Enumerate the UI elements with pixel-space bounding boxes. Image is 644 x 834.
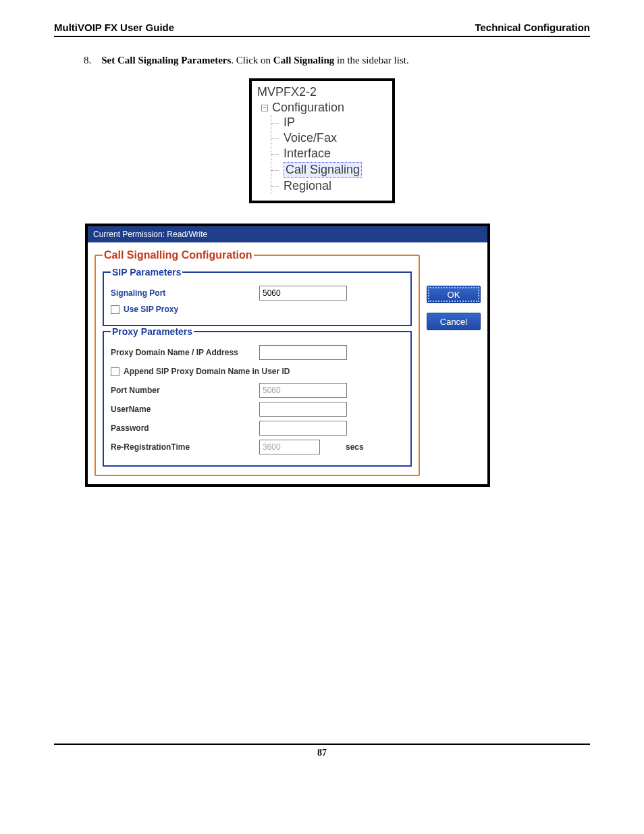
row-username: UserName xyxy=(111,402,404,417)
dialog-titlebar: Current Permission: Read/Write xyxy=(88,226,487,242)
append-domain-label: Append SIP Proxy Domain Name in User ID xyxy=(124,367,290,376)
append-domain-checkbox[interactable] xyxy=(111,367,119,376)
proxy-parameters-legend: Proxy Parameters xyxy=(111,326,194,337)
password-input[interactable] xyxy=(259,421,347,436)
dialog-buttons: OK Cancel xyxy=(427,249,481,476)
call-signalling-legend: Call Signalling Configuration xyxy=(103,249,254,261)
sip-parameters-legend: SIP Parameters xyxy=(111,267,182,278)
step-bold-1: Set Call Signaling Parameters xyxy=(101,55,231,66)
row-use-sip-proxy: Use SIP Proxy xyxy=(111,305,404,314)
port-number-input[interactable] xyxy=(259,383,347,398)
page: MultiVOIP FX User Guide Technical Config… xyxy=(0,0,644,772)
signaling-port-label: Signaling Port xyxy=(111,288,252,298)
step-bold-2: Call Signaling xyxy=(273,55,334,66)
step-mid: . Click on xyxy=(231,55,273,66)
page-header: MultiVOIP FX User Guide Technical Config… xyxy=(54,22,590,36)
signaling-port-input[interactable] xyxy=(259,286,347,301)
dialog-screenshot: Current Permission: Read/Write Call Sign… xyxy=(85,224,490,487)
header-left: MultiVOIP FX User Guide xyxy=(54,22,174,33)
tree-item-voicefax[interactable]: Voice/Fax xyxy=(284,130,387,146)
tree-configuration[interactable]: − Configuration xyxy=(261,101,387,115)
cancel-button[interactable]: Cancel xyxy=(427,313,481,330)
step-8: 8. Set Call Signaling Parameters. Click … xyxy=(84,55,590,66)
row-password: Password xyxy=(111,421,404,436)
step-tail: in the sidebar list. xyxy=(334,55,408,66)
tree-item-ip[interactable]: IP xyxy=(284,115,387,130)
tree-item-interface[interactable]: Interface xyxy=(284,146,387,161)
page-footer: 87 xyxy=(54,744,590,758)
tree-item-regional[interactable]: Regional xyxy=(284,178,387,194)
username-input[interactable] xyxy=(259,402,347,417)
tree-collapse-icon[interactable]: − xyxy=(261,105,268,111)
use-sip-proxy-label: Use SIP Proxy xyxy=(124,305,178,314)
proxy-domain-label: Proxy Domain Name / IP Address xyxy=(111,348,252,357)
header-right: Technical Configuration xyxy=(475,22,590,33)
rereg-unit: secs xyxy=(346,442,364,452)
row-rereg: Re-RegistrationTime secs xyxy=(111,440,404,454)
use-sip-proxy-label-wrap: Use SIP Proxy xyxy=(111,305,252,314)
dialog-left: Call Signalling Configuration SIP Parame… xyxy=(95,249,420,476)
page-number: 87 xyxy=(54,745,590,758)
row-signaling-port: Signaling Port xyxy=(111,286,404,301)
rereg-input[interactable] xyxy=(259,440,320,454)
header-rule xyxy=(54,36,590,37)
use-sip-proxy-checkbox[interactable] xyxy=(111,305,119,314)
tree-root[interactable]: MVPFX2-2 xyxy=(257,85,387,99)
tree-config-label: Configuration xyxy=(272,101,344,115)
port-number-label: Port Number xyxy=(111,386,252,395)
dialog-body: Call Signalling Configuration SIP Parame… xyxy=(88,242,487,484)
sidebar-tree-screenshot: MVPFX2-2 − Configuration IP Voice/Fax In… xyxy=(249,78,395,203)
proxy-domain-input[interactable] xyxy=(259,345,347,360)
proxy-parameters-fieldset: Proxy Parameters Proxy Domain Name / IP … xyxy=(103,326,412,467)
password-label: Password xyxy=(111,423,252,433)
rereg-label: Re-RegistrationTime xyxy=(111,442,252,452)
row-port-number: Port Number xyxy=(111,383,404,398)
step-number: 8. xyxy=(84,55,91,66)
call-signalling-fieldset: Call Signalling Configuration SIP Parame… xyxy=(95,249,420,476)
tree-children: IP Voice/Fax Interface Call Signaling Re… xyxy=(271,115,387,194)
tree-item-call-signaling[interactable]: Call Signaling xyxy=(284,161,387,178)
append-domain-wrap: Append SIP Proxy Domain Name in User ID xyxy=(111,367,404,376)
sip-parameters-fieldset: SIP Parameters Signaling Port Use SIP Pr… xyxy=(103,267,412,326)
row-proxy-domain: Proxy Domain Name / IP Address xyxy=(111,345,404,360)
username-label: UserName xyxy=(111,405,252,414)
ok-button[interactable]: OK xyxy=(427,286,481,303)
row-append-domain: Append SIP Proxy Domain Name in User ID xyxy=(111,367,404,376)
